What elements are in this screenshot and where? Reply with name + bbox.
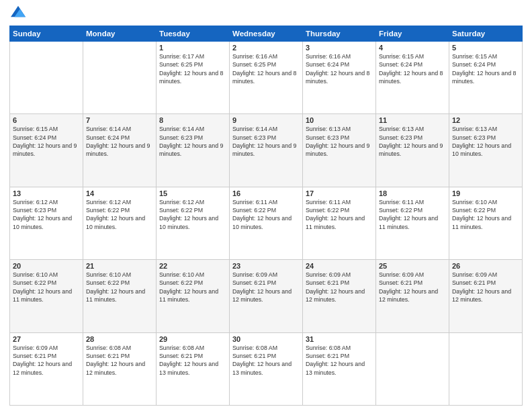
calendar-cell: 6Sunrise: 6:15 AMSunset: 6:24 PMDaylight… <box>10 114 83 187</box>
calendar-cell: 4Sunrise: 6:15 AMSunset: 6:24 PMDaylight… <box>376 42 449 114</box>
calendar-cell: 20Sunrise: 6:10 AMSunset: 6:22 PMDayligh… <box>10 260 83 332</box>
cell-info: Sunrise: 6:09 AMSunset: 6:21 PMDaylight:… <box>452 271 519 304</box>
cell-info: Sunrise: 6:08 AMSunset: 6:21 PMDaylight:… <box>306 344 373 377</box>
cell-info: Sunrise: 6:12 AMSunset: 6:22 PMDaylight:… <box>86 198 153 231</box>
calendar-cell: 13Sunrise: 6:12 AMSunset: 6:23 PMDayligh… <box>10 187 83 259</box>
calendar-cell: 26Sunrise: 6:09 AMSunset: 6:21 PMDayligh… <box>449 260 523 332</box>
calendar-cell: 3Sunrise: 6:16 AMSunset: 6:24 PMDaylight… <box>303 42 376 114</box>
calendar-cell: 19Sunrise: 6:10 AMSunset: 6:22 PMDayligh… <box>449 187 523 259</box>
calendar-cell: 18Sunrise: 6:11 AMSunset: 6:22 PMDayligh… <box>376 187 449 259</box>
calendar-cell: 28Sunrise: 6:08 AMSunset: 6:21 PMDayligh… <box>83 332 157 405</box>
day-number: 20 <box>13 262 80 270</box>
calendar-cell: 7Sunrise: 6:14 AMSunset: 6:24 PMDaylight… <box>83 114 157 187</box>
calendar-cell: 23Sunrise: 6:09 AMSunset: 6:21 PMDayligh… <box>230 260 303 332</box>
day-number: 25 <box>379 262 446 270</box>
calendar-cell: 16Sunrise: 6:11 AMSunset: 6:22 PMDayligh… <box>230 187 303 259</box>
day-number: 28 <box>86 335 153 343</box>
day-number: 7 <box>86 116 153 124</box>
calendar-cell: 15Sunrise: 6:12 AMSunset: 6:22 PMDayligh… <box>157 187 230 259</box>
calendar-cell: 21Sunrise: 6:10 AMSunset: 6:22 PMDayligh… <box>83 260 157 332</box>
day-number: 19 <box>452 189 519 197</box>
day-number: 11 <box>379 116 446 124</box>
calendar-week-row: 1Sunrise: 6:17 AMSunset: 6:25 PMDaylight… <box>10 42 523 114</box>
day-number: 29 <box>159 335 226 343</box>
calendar-cell: 22Sunrise: 6:10 AMSunset: 6:22 PMDayligh… <box>157 260 230 332</box>
cell-info: Sunrise: 6:09 AMSunset: 6:21 PMDaylight:… <box>232 271 300 304</box>
header <box>9 7 523 21</box>
calendar-cell <box>449 332 523 405</box>
calendar-day-header: Friday <box>376 26 449 42</box>
calendar-cell: 17Sunrise: 6:11 AMSunset: 6:22 PMDayligh… <box>303 187 376 259</box>
cell-info: Sunrise: 6:10 AMSunset: 6:22 PMDaylight:… <box>13 271 80 304</box>
calendar-table: SundayMondayTuesdayWednesdayThursdayFrid… <box>9 26 523 406</box>
day-number: 26 <box>452 262 519 270</box>
cell-info: Sunrise: 6:13 AMSunset: 6:23 PMDaylight:… <box>452 125 519 158</box>
cell-info: Sunrise: 6:08 AMSunset: 6:21 PMDaylight:… <box>159 344 226 377</box>
day-number: 1 <box>159 44 226 52</box>
cell-info: Sunrise: 6:09 AMSunset: 6:21 PMDaylight:… <box>13 344 80 377</box>
calendar-day-header: Thursday <box>303 26 376 42</box>
cell-info: Sunrise: 6:11 AMSunset: 6:22 PMDaylight:… <box>379 198 446 231</box>
day-number: 3 <box>306 44 373 52</box>
logo <box>9 7 26 21</box>
cell-info: Sunrise: 6:12 AMSunset: 6:22 PMDaylight:… <box>159 198 226 231</box>
cell-info: Sunrise: 6:15 AMSunset: 6:24 PMDaylight:… <box>379 52 446 85</box>
calendar-cell: 31Sunrise: 6:08 AMSunset: 6:21 PMDayligh… <box>303 332 376 405</box>
day-number: 9 <box>232 116 300 124</box>
day-number: 31 <box>306 335 373 343</box>
calendar-day-header: Monday <box>83 26 157 42</box>
calendar-cell <box>10 42 83 114</box>
cell-info: Sunrise: 6:13 AMSunset: 6:23 PMDaylight:… <box>379 125 446 158</box>
cell-info: Sunrise: 6:11 AMSunset: 6:22 PMDaylight:… <box>232 198 300 231</box>
day-number: 24 <box>306 262 373 270</box>
calendar-cell: 9Sunrise: 6:14 AMSunset: 6:23 PMDaylight… <box>230 114 303 187</box>
cell-info: Sunrise: 6:15 AMSunset: 6:24 PMDaylight:… <box>452 52 519 85</box>
calendar-cell: 30Sunrise: 6:08 AMSunset: 6:21 PMDayligh… <box>230 332 303 405</box>
cell-info: Sunrise: 6:10 AMSunset: 6:22 PMDaylight:… <box>86 271 153 304</box>
day-number: 2 <box>232 44 300 52</box>
day-number: 17 <box>306 189 373 197</box>
cell-info: Sunrise: 6:08 AMSunset: 6:21 PMDaylight:… <box>232 344 300 377</box>
cell-info: Sunrise: 6:16 AMSunset: 6:24 PMDaylight:… <box>306 52 373 85</box>
cell-info: Sunrise: 6:12 AMSunset: 6:23 PMDaylight:… <box>13 198 80 231</box>
day-number: 10 <box>306 116 373 124</box>
day-number: 12 <box>452 116 519 124</box>
calendar-day-header: Saturday <box>449 26 523 42</box>
calendar-header-row: SundayMondayTuesdayWednesdayThursdayFrid… <box>10 26 523 42</box>
day-number: 6 <box>13 116 80 124</box>
cell-info: Sunrise: 6:14 AMSunset: 6:23 PMDaylight:… <box>159 125 226 158</box>
calendar-cell: 5Sunrise: 6:15 AMSunset: 6:24 PMDaylight… <box>449 42 523 114</box>
calendar-week-row: 6Sunrise: 6:15 AMSunset: 6:24 PMDaylight… <box>10 114 523 187</box>
calendar-cell <box>83 42 157 114</box>
cell-info: Sunrise: 6:16 AMSunset: 6:25 PMDaylight:… <box>232 52 300 85</box>
day-number: 8 <box>159 116 226 124</box>
cell-info: Sunrise: 6:15 AMSunset: 6:24 PMDaylight:… <box>13 125 80 158</box>
calendar-cell: 14Sunrise: 6:12 AMSunset: 6:22 PMDayligh… <box>83 187 157 259</box>
cell-info: Sunrise: 6:10 AMSunset: 6:22 PMDaylight:… <box>159 271 226 304</box>
calendar-week-row: 20Sunrise: 6:10 AMSunset: 6:22 PMDayligh… <box>10 260 523 332</box>
calendar-cell: 1Sunrise: 6:17 AMSunset: 6:25 PMDaylight… <box>157 42 230 114</box>
logo-icon <box>11 4 26 19</box>
cell-info: Sunrise: 6:09 AMSunset: 6:21 PMDaylight:… <box>379 271 446 304</box>
calendar-cell: 27Sunrise: 6:09 AMSunset: 6:21 PMDayligh… <box>10 332 83 405</box>
calendar-cell <box>376 332 449 405</box>
calendar-cell: 2Sunrise: 6:16 AMSunset: 6:25 PMDaylight… <box>230 42 303 114</box>
day-number: 5 <box>452 44 519 52</box>
calendar-cell: 29Sunrise: 6:08 AMSunset: 6:21 PMDayligh… <box>157 332 230 405</box>
calendar-day-header: Tuesday <box>157 26 230 42</box>
calendar-cell: 24Sunrise: 6:09 AMSunset: 6:21 PMDayligh… <box>303 260 376 332</box>
day-number: 14 <box>86 189 153 197</box>
calendar-cell: 8Sunrise: 6:14 AMSunset: 6:23 PMDaylight… <box>157 114 230 187</box>
cell-info: Sunrise: 6:14 AMSunset: 6:23 PMDaylight:… <box>232 125 300 158</box>
calendar-day-header: Sunday <box>10 26 83 42</box>
day-number: 21 <box>86 262 153 270</box>
day-number: 15 <box>159 189 226 197</box>
calendar-cell: 25Sunrise: 6:09 AMSunset: 6:21 PMDayligh… <box>376 260 449 332</box>
day-number: 4 <box>379 44 446 52</box>
calendar-week-row: 13Sunrise: 6:12 AMSunset: 6:23 PMDayligh… <box>10 187 523 259</box>
calendar-day-header: Wednesday <box>230 26 303 42</box>
calendar-cell: 10Sunrise: 6:13 AMSunset: 6:23 PMDayligh… <box>303 114 376 187</box>
cell-info: Sunrise: 6:17 AMSunset: 6:25 PMDaylight:… <box>159 52 226 85</box>
cell-info: Sunrise: 6:09 AMSunset: 6:21 PMDaylight:… <box>306 271 373 304</box>
day-number: 27 <box>13 335 80 343</box>
